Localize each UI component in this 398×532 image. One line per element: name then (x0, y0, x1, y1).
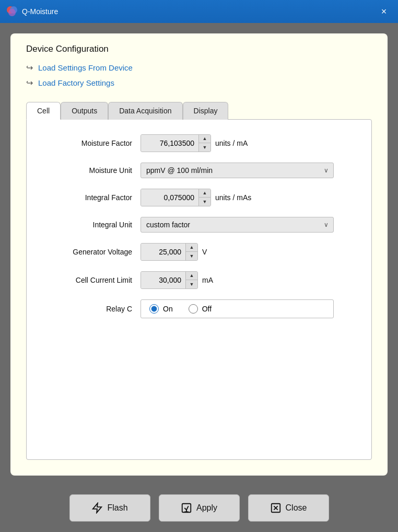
tabs-and-content: Cell Outputs Data Acquisition Display Mo… (26, 101, 372, 460)
relay-c-on-radio[interactable] (149, 304, 159, 314)
integral-factor-input[interactable] (141, 189, 198, 206)
integral-unit-row: Integral Unit custom factor ppmV ppmW mg… (41, 217, 357, 233)
app-icon (6, 6, 18, 17)
moisture-unit-row: Moisture Unit ppmV @ 100 ml/min ppmW mg/… (41, 163, 357, 178)
tab-bar: Cell Outputs Data Acquisition Display (26, 101, 372, 119)
generator-voltage-spinbox-btns: ▲ ▼ (185, 244, 197, 260)
integral-factor-spinbox-btns: ▲ ▼ (198, 189, 210, 206)
close-label: Close (286, 503, 307, 513)
generator-voltage-input[interactable] (141, 244, 185, 260)
moisture-factor-down[interactable]: ▼ (199, 143, 210, 152)
tab-data-acquisition[interactable]: Data Acquisition (108, 102, 182, 120)
integral-unit-select-wrapper: custom factor ppmV ppmW mg/m³ (141, 217, 334, 233)
cell-current-limit-down[interactable]: ▼ (186, 280, 197, 288)
moisture-unit-select[interactable]: ppmV @ 100 ml/min ppmW mg/m³ °C dp °F dp (141, 163, 334, 178)
tab-cell[interactable]: Cell (26, 102, 61, 120)
flash-label: Flash (107, 503, 127, 513)
cell-current-limit-label: Cell Current Limit (41, 276, 141, 284)
relay-c-off-radio[interactable] (189, 304, 198, 314)
tab-outputs[interactable]: Outputs (61, 102, 108, 120)
relay-c-on-option[interactable]: On (149, 304, 173, 314)
load-from-device-row: ↪ Load Settings From Device (26, 63, 372, 73)
cell-current-limit-spinbox[interactable]: ▲ ▼ (141, 271, 198, 289)
generator-voltage-unit: V (202, 248, 207, 256)
cell-current-limit-up[interactable]: ▲ (186, 272, 197, 280)
moisture-factor-spinbox-btns: ▲ ▼ (198, 135, 210, 152)
app-title: Q-Moisture (22, 7, 58, 16)
integral-unit-label: Integral Unit (41, 221, 141, 229)
relay-c-off-label: Off (202, 305, 212, 313)
cell-current-limit-unit: mA (202, 276, 213, 284)
apply-button[interactable]: Apply (159, 494, 240, 522)
cell-current-limit-row: Cell Current Limit ▲ ▼ mA (41, 271, 357, 289)
moisture-factor-label: Moisture Factor (41, 139, 141, 147)
relay-c-off-option[interactable]: Off (189, 304, 212, 314)
integral-factor-label: Integral Factor (41, 193, 141, 202)
close-icon (270, 502, 282, 514)
relay-c-row: Relay C On Off (41, 299, 357, 318)
generator-voltage-up[interactable]: ▲ (186, 244, 197, 252)
window-close-button[interactable]: × (376, 4, 392, 19)
arrow-icon-2: ↪ (26, 78, 33, 88)
cell-current-limit-spinbox-btns: ▲ ▼ (185, 272, 197, 288)
integral-factor-unit: units / mAs (215, 193, 251, 202)
relay-c-on-label: On (163, 305, 173, 313)
moisture-factor-spinbox[interactable]: ▲ ▼ (141, 134, 211, 152)
apply-icon (181, 502, 192, 514)
moisture-factor-unit: units / mA (215, 139, 248, 147)
panel-title: Device Configuration (26, 44, 372, 54)
svg-marker-3 (93, 503, 102, 513)
tab-display[interactable]: Display (183, 102, 229, 120)
moisture-unit-label: Moisture Unit (41, 166, 141, 175)
load-factory-link[interactable]: Load Factory Settings (38, 78, 114, 87)
tab-content-cell: Moisture Factor ▲ ▼ units / mA Moisture (26, 119, 372, 460)
flash-button[interactable]: Flash (69, 494, 150, 522)
relay-c-label: Relay C (41, 305, 141, 313)
generator-voltage-down[interactable]: ▼ (186, 252, 197, 260)
bottom-bar: Flash Apply Close (0, 486, 398, 532)
moisture-factor-input[interactable] (141, 135, 198, 152)
generator-voltage-row: Generator Voltage ▲ ▼ V (41, 243, 357, 261)
integral-factor-spinbox[interactable]: ▲ ▼ (141, 189, 211, 206)
integral-factor-up[interactable]: ▲ (199, 189, 210, 198)
integral-unit-select[interactable]: custom factor ppmV ppmW mg/m³ (141, 217, 334, 233)
moisture-factor-row: Moisture Factor ▲ ▼ units / mA (41, 134, 357, 152)
integral-factor-row: Integral Factor ▲ ▼ units / mAs (41, 189, 357, 206)
moisture-factor-up[interactable]: ▲ (199, 135, 210, 143)
apply-label: Apply (196, 503, 217, 513)
flash-icon (91, 502, 103, 514)
close-button[interactable]: Close (248, 494, 329, 522)
generator-voltage-spinbox[interactable]: ▲ ▼ (141, 243, 198, 261)
load-factory-row: ↪ Load Factory Settings (26, 78, 372, 88)
moisture-unit-select-wrapper: ppmV @ 100 ml/min ppmW mg/m³ °C dp °F dp (141, 163, 334, 178)
generator-voltage-label: Generator Voltage (41, 248, 141, 256)
relay-c-radio-group: On Off (141, 299, 334, 318)
dialog-panel: Device Configuration ↪ Load Settings Fro… (10, 33, 388, 476)
arrow-icon-1: ↪ (26, 63, 33, 73)
integral-factor-down[interactable]: ▼ (199, 198, 210, 206)
load-from-device-link[interactable]: Load Settings From Device (38, 63, 133, 72)
main-content: Device Configuration ↪ Load Settings Fro… (0, 23, 398, 486)
title-bar: Q-Moisture × (0, 0, 398, 23)
title-bar-left: Q-Moisture (6, 6, 58, 17)
svg-point-2 (8, 9, 16, 16)
cell-current-limit-input[interactable] (141, 272, 185, 288)
app-window: Q-Moisture × Device Configuration ↪ Load… (0, 0, 398, 532)
